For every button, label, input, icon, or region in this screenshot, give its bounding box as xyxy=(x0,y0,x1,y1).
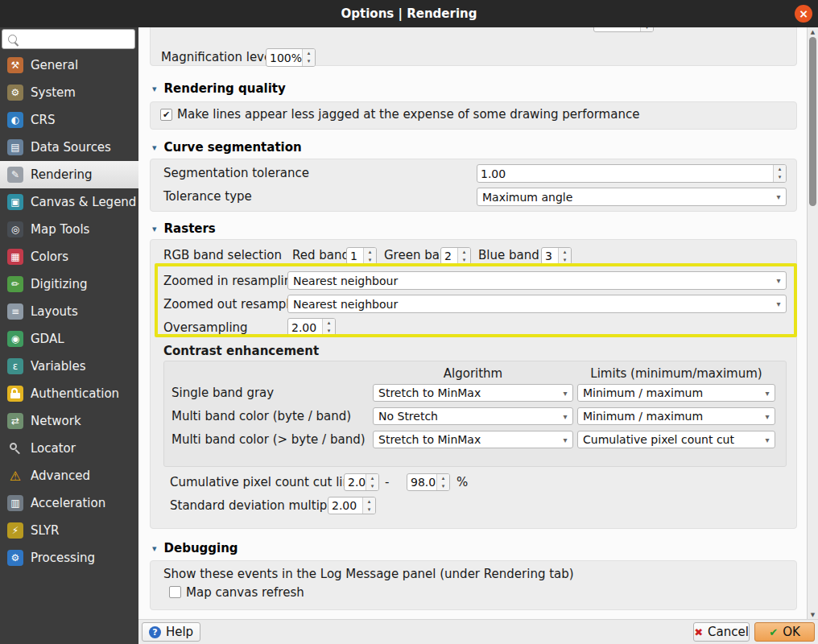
sidebar-item-advanced[interactable]: ⚠ Advanced xyxy=(0,462,138,489)
sidebar-items: ⚒ General ⚙ System ◐ CRS ▤ Data Sources … xyxy=(0,52,138,572)
spin-up-icon[interactable]: ▴ xyxy=(458,248,470,256)
spin-down-icon[interactable]: ▾ xyxy=(458,256,470,264)
spinner-buttons[interactable]: ▴ ▾ xyxy=(363,248,376,264)
spin-down-icon[interactable]: ▾ xyxy=(774,174,786,183)
spin-down-icon[interactable]: ▾ xyxy=(323,328,335,336)
spin-down-icon[interactable]: ▾ xyxy=(364,256,376,264)
sidebar-item-colors[interactable]: ▦ Colors xyxy=(0,243,138,270)
cancel-button-label: Cancel xyxy=(708,625,749,639)
sidebar-item-label: Variables xyxy=(31,359,86,374)
spin-up-icon[interactable]: ▴ xyxy=(363,497,375,506)
multi-band-gt-byte-limits-select[interactable]: Cumulative pixel count cut ▾ xyxy=(577,431,775,448)
cumulative-cut-min-input[interactable]: 2.0 ▴ ▾ xyxy=(344,473,379,491)
spinner-buttons[interactable]: ▴ ▾ xyxy=(773,165,786,182)
combo-value: Minimum / maximum xyxy=(578,410,760,423)
collapse-arrow-icon: ▾ xyxy=(152,142,157,153)
sidebar-item-crs[interactable]: ◐ CRS xyxy=(0,106,138,134)
spin-up-icon[interactable]: ▴ xyxy=(364,248,376,256)
zoomed-in-resampling-select[interactable]: Nearest neighbour ▾ xyxy=(287,271,787,290)
sidebar-item-map-tools[interactable]: ◎ Map Tools xyxy=(0,216,138,243)
scrollbar-thumb[interactable] xyxy=(809,37,816,206)
ok-button[interactable]: ✔ OK xyxy=(754,622,815,642)
combo-value: Nearest neighbour xyxy=(288,298,771,311)
help-button[interactable]: ? Help xyxy=(142,622,200,642)
sidebar-item-general[interactable]: ⚒ General xyxy=(0,52,138,79)
red-band-input[interactable]: 1 ▴ ▾ xyxy=(346,247,377,265)
chevron-down-icon: ▾ xyxy=(771,192,786,201)
network-icon: ⇄ xyxy=(7,413,23,429)
oversampling-input[interactable]: 2.00 ▴ ▾ xyxy=(287,318,336,336)
sidebar-item-variables[interactable]: ε Variables xyxy=(0,353,138,380)
section-rasters[interactable]: ▾ Rasters xyxy=(152,221,216,236)
section-rendering-quality[interactable]: ▾ Rendering quality xyxy=(152,81,286,96)
zoomed-out-resampling-select[interactable]: Nearest neighbour ▾ xyxy=(287,295,787,313)
spin-up-icon[interactable]: ▴ xyxy=(323,319,335,328)
spinner-buttons[interactable]: ▴ ▾ xyxy=(457,248,470,264)
map-canvas-refresh-checkbox[interactable] xyxy=(169,586,181,598)
spin-down-icon[interactable]: ▾ xyxy=(366,482,378,490)
palette-icon: ▦ xyxy=(7,249,23,265)
sidebar-item-locator[interactable]: Locator xyxy=(0,435,138,462)
settings-sidebar: ⚒ General ⚙ System ◐ CRS ▤ Data Sources … xyxy=(0,27,138,644)
spinner-buttons[interactable]: ▴ ▾ xyxy=(640,27,653,31)
sidebar-item-processing[interactable]: ⚙ Processing xyxy=(0,544,138,572)
spin-down-icon[interactable]: ▾ xyxy=(641,27,653,31)
sidebar-item-system[interactable]: ⚙ System xyxy=(0,79,138,106)
green-band-input[interactable]: 2 ▴ ▾ xyxy=(440,247,471,265)
spin-up-icon[interactable]: ▴ xyxy=(366,474,378,482)
algorithm-column-header: Algorithm xyxy=(373,366,573,381)
segmentation-tolerance-input[interactable]: 1.00 ▴ ▾ xyxy=(477,164,787,183)
spinner-buttons[interactable]: ▴ ▾ xyxy=(322,319,335,336)
single-band-gray-limits-select[interactable]: Minimum / maximum ▾ xyxy=(577,384,775,402)
tolerance-type-select[interactable]: Maximum angle ▾ xyxy=(477,188,787,206)
search-input[interactable] xyxy=(22,31,134,47)
spinner-buttons[interactable]: ▴ ▾ xyxy=(436,474,449,490)
sidebar-item-data-sources[interactable]: ▤ Data Sources xyxy=(0,134,138,161)
sidebar-item-label: Rendering xyxy=(31,167,93,182)
spin-down-icon[interactable]: ▾ xyxy=(363,506,375,514)
multi-band-byte-algorithm-select[interactable]: No Stretch ▾ xyxy=(373,407,573,425)
vertical-scrollbar[interactable]: ▲ ▼ xyxy=(807,27,818,620)
sidebar-item-slyr[interactable]: ⚡ SLYR xyxy=(0,517,138,544)
sidebar-item-acceleration[interactable]: ▥ Acceleration xyxy=(0,489,138,517)
spinner-buttons[interactable]: ▴ ▾ xyxy=(366,474,378,490)
scroll-up-icon[interactable]: ▲ xyxy=(808,27,818,37)
sidebar-item-label: Colors xyxy=(31,250,68,264)
sidebar-item-network[interactable]: ⇄ Network xyxy=(0,407,138,435)
spinner-buttons[interactable]: ▴ ▾ xyxy=(558,248,571,264)
section-curve-segmentation[interactable]: ▾ Curve segmentation xyxy=(152,140,302,155)
sidebar-search[interactable] xyxy=(2,29,135,49)
single-band-gray-algorithm-select[interactable]: Stretch to MinMax ▾ xyxy=(373,384,573,402)
spin-up-icon[interactable]: ▴ xyxy=(303,49,315,58)
multi-band-byte-limits-select[interactable]: Minimum / maximum ▾ xyxy=(577,407,775,425)
sidebar-item-digitizing[interactable]: ✏ Digitizing xyxy=(0,270,138,298)
spin-down-icon[interactable]: ▾ xyxy=(437,482,449,490)
paintbrush-icon: ✎ xyxy=(7,167,23,183)
cancel-button[interactable]: ✖ Cancel xyxy=(693,622,750,642)
sidebar-item-authentication[interactable]: Authentication xyxy=(0,380,138,407)
spin-up-icon[interactable]: ▴ xyxy=(437,474,449,482)
spinner-buttons[interactable]: ▴ ▾ xyxy=(362,497,375,514)
blue-band-input[interactable]: 3 ▴ ▾ xyxy=(541,247,572,265)
spin-down-icon[interactable]: ▾ xyxy=(303,58,315,67)
cropped-top-spinbox[interactable]: ▴ ▾ xyxy=(593,27,654,32)
multi-band-gt-byte-algorithm-select[interactable]: Stretch to MinMax ▾ xyxy=(373,431,573,448)
spin-down-icon[interactable]: ▾ xyxy=(559,256,571,264)
spin-up-icon[interactable]: ▴ xyxy=(559,248,571,256)
stddev-multiplier-input[interactable]: 2.00 ▴ ▾ xyxy=(328,497,376,514)
cumulative-cut-max-input[interactable]: 98.0 ▴ ▾ xyxy=(407,473,450,491)
spin-up-icon[interactable]: ▴ xyxy=(774,165,786,174)
sidebar-item-gdal[interactable]: ◉ GDAL xyxy=(0,325,138,353)
wrench-icon: ⚒ xyxy=(7,57,23,73)
magnification-level-input[interactable]: 100% ▴ ▾ xyxy=(266,48,316,67)
sidebar-item-rendering[interactable]: ✎ Rendering xyxy=(0,161,138,188)
antialiasing-checkbox[interactable]: ✔ xyxy=(160,109,172,121)
section-debugging[interactable]: ▾ Debugging xyxy=(152,541,238,555)
spinner-buttons[interactable]: ▴ ▾ xyxy=(302,49,315,66)
sidebar-item-label: Map Tools xyxy=(31,222,89,237)
sidebar-item-layouts[interactable]: ≡ Layouts xyxy=(0,298,138,325)
sidebar-item-label: General xyxy=(31,58,78,72)
sidebar-item-canvas-legend[interactable]: ▣ Canvas & Legend xyxy=(0,188,138,216)
spin-value xyxy=(594,27,640,31)
close-button[interactable]: × xyxy=(795,5,812,23)
